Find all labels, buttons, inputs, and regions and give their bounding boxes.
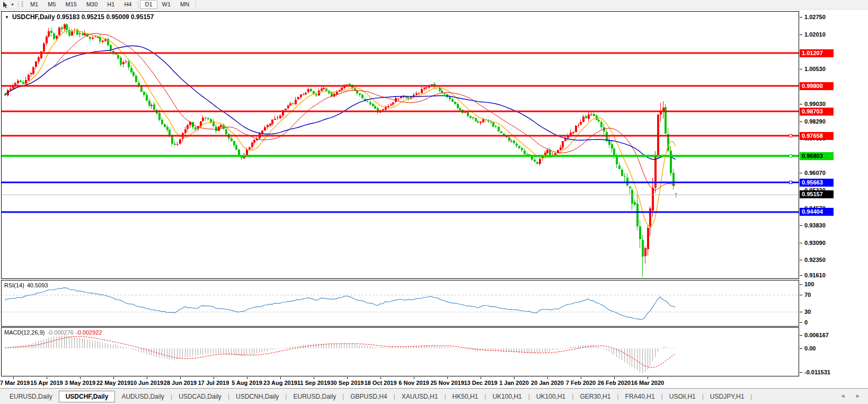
timeframe-button-h1[interactable]: H1 (102, 0, 119, 9)
date-label: 13 Dec 2019 (464, 380, 498, 386)
timeframe-button-d1[interactable]: D1 (140, 0, 157, 9)
candlestick-chart-canvas[interactable] (2, 12, 799, 278)
price-tick: 0.91610 (800, 271, 826, 279)
date-label: 30 Sep 2019 (331, 380, 364, 386)
time-tick (314, 377, 314, 379)
chart-tab-ger30[interactable]: GER30,H1 (573, 391, 617, 402)
date-label: 15 Apr 2019 (30, 380, 63, 386)
timeframe-button-m30[interactable]: M30 (82, 0, 102, 9)
tab-scroll-arrows[interactable]: ◄ ► (840, 393, 865, 399)
chart-tab-fra40[interactable]: FRA40,H1 (619, 391, 661, 402)
rsi-label: RSI(14)40.5093 (4, 282, 48, 288)
chart-title: ▼ USDCHF,Daily 0.95183 0.95215 0.95009 0… (5, 13, 154, 21)
time-tick (80, 377, 81, 379)
price-level-badge: 0.96803 (800, 152, 834, 160)
time-tick (47, 377, 47, 379)
macd-scale-tick: 0.00 (800, 344, 816, 353)
timeframe-button-w1[interactable]: W1 (157, 0, 176, 9)
time-tick (180, 377, 181, 379)
date-label: 17 Jul 2019 (198, 380, 229, 386)
macd-canvas[interactable] (2, 328, 799, 376)
date-label: 18 Oct 2019 (364, 380, 396, 386)
price-level-badge: 0.98703 (800, 108, 834, 116)
time-axis: 27 Mar 201915 Apr 20193 May 201922 May 2… (1, 377, 799, 388)
time-tick (247, 377, 247, 379)
timeframe-button-mn[interactable]: MN (175, 0, 194, 9)
rsi-scale-tick: 100 (800, 280, 814, 288)
price-level-badge: 0.99800 (800, 82, 834, 90)
time-tick (13, 377, 14, 379)
price-tick: 1.02750 (800, 13, 826, 21)
chart-tab-usdchf-active[interactable]: USDCHF,Daily (59, 391, 116, 402)
rsi-scale-tick: 70 (800, 291, 811, 299)
price-tick: 0.93090 (800, 239, 826, 247)
time-tick (481, 377, 481, 379)
chart-tab-uk100[interactable]: UK100,H1 (486, 391, 528, 402)
date-label: 23 Aug 2019 (263, 380, 297, 386)
date-label: 1 Jan 2020 (499, 380, 529, 386)
date-label: 3 May 2019 (65, 380, 95, 386)
chart-tab-xauusd[interactable]: XAUUSD,H1 (395, 391, 445, 402)
price-tick: 0.92350 (800, 256, 826, 264)
rsi-scale-tick: 0 (800, 318, 808, 327)
price-chart-pane[interactable]: ▼ USDCHF,Daily 0.95183 0.95215 0.95009 0… (1, 11, 799, 279)
price-tick: 0.99030 (800, 100, 826, 108)
price-level-badge: 0.97658 (800, 132, 834, 140)
price-level-badge: 1.01207 (800, 49, 834, 57)
toolbar-separator (18, 1, 19, 8)
price-tick: 0.93830 (800, 221, 826, 230)
time-tick (147, 377, 147, 379)
rsi-scale-tick: 30 (800, 308, 811, 316)
tab-separator: | (750, 393, 752, 400)
time-tick (280, 377, 281, 379)
timeframe-button-m15[interactable]: M15 (61, 0, 82, 9)
chart-tab-uk100[interactable]: UK100,H1 (530, 391, 572, 402)
rsi-name: RSI(14) (4, 282, 24, 288)
timeframe-button-m1[interactable]: M1 (25, 0, 43, 9)
time-tick (447, 377, 448, 379)
chart-tab-eurusd[interactable]: EURUSD,Daily (3, 391, 59, 402)
time-tick (614, 377, 615, 379)
chart-tab-eurusd[interactable]: EURUSD,Daily (287, 391, 342, 402)
macd-scale-tick: 0.006167 (800, 331, 829, 339)
price-tick: 0.98290 (800, 117, 826, 126)
chart-tab-gbpusd[interactable]: GBPUSD,H4 (344, 391, 393, 402)
date-label: 6 Nov 2019 (398, 380, 429, 386)
chart-tab-audusd[interactable]: AUDUSD,Daily (115, 391, 171, 402)
macd-name: MACD(12,26,9) (4, 329, 45, 336)
rsi-value: 40.5093 (27, 282, 48, 288)
time-tick (414, 377, 414, 379)
price-level-badge: 0.95663 (800, 179, 834, 187)
chart-tab-usdjpy[interactable]: USDJPY,H1 (704, 391, 750, 402)
time-tick (581, 377, 581, 379)
chart-tab-bar: EURUSD,DailyUSDCHF,DailyAUDUSD,Daily|USD… (0, 388, 868, 404)
chart-tab-usdcad[interactable]: USDCAD,Daily (172, 391, 228, 402)
rsi-canvas[interactable] (2, 280, 799, 326)
toolbar-grip[interactable] (21, 2, 23, 8)
rsi-indicator-pane[interactable]: RSI(14)40.5093 (1, 280, 799, 327)
toolbar-separator (196, 1, 196, 8)
time-tick (113, 377, 114, 379)
date-label: 25 Nov 2019 (430, 380, 464, 386)
toolbar-separator (138, 1, 138, 8)
chart-tab-hk50[interactable]: HK50,H1 (446, 391, 485, 402)
price-tick: 1.00530 (800, 65, 826, 73)
date-label: 20 Jan 2020 (531, 380, 564, 386)
cursor-dropdown-icon[interactable]: ▼ (11, 3, 14, 6)
date-label: 7 Feb 2020 (566, 380, 596, 386)
time-tick (547, 377, 548, 379)
price-axis: 1.027501.020101.005300.990300.982900.975… (800, 0, 868, 388)
macd-indicator-pane[interactable]: MACD(12,26,9)-0.000276-0.002922 (1, 327, 799, 376)
date-label: 26 Feb 2020 (598, 380, 631, 386)
chart-collapse-icon[interactable]: ▼ (5, 15, 9, 20)
price-level-badge: 0.94404 (800, 208, 834, 216)
chart-cursor-icon[interactable] (1, 1, 11, 8)
date-label: 5 Aug 2019 (232, 380, 262, 386)
chart-tab-usoil[interactable]: USOil,H1 (663, 391, 702, 402)
timeframe-toolbar: ▼ M1M5M15M30H1H4D1W1MN (0, 0, 868, 10)
timeframe-button-h4[interactable]: H4 (119, 0, 136, 9)
macd-signal-value: -0.002922 (76, 329, 102, 336)
macd-value: -0.000276 (47, 329, 74, 336)
timeframe-button-m5[interactable]: M5 (43, 0, 60, 9)
chart-tab-usdcnh[interactable]: USDCNH,Daily (229, 391, 285, 402)
